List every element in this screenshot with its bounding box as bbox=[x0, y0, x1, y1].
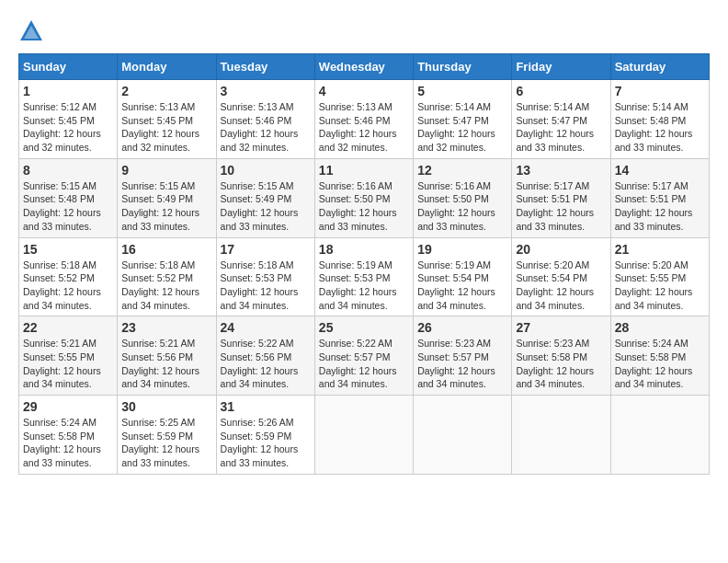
day-info: Sunrise: 5:18 AMSunset: 5:53 PMDaylight:… bbox=[221, 259, 311, 313]
calendar-week-1: 1 Sunrise: 5:12 AMSunset: 5:45 PMDayligh… bbox=[19, 80, 710, 159]
calendar-cell: 5 Sunrise: 5:14 AMSunset: 5:47 PMDayligh… bbox=[414, 80, 512, 159]
day-number: 22 bbox=[23, 320, 113, 335]
day-info: Sunrise: 5:21 AMSunset: 5:55 PMDaylight:… bbox=[23, 337, 113, 391]
calendar-week-5: 29 Sunrise: 5:24 AMSunset: 5:58 PMDaylig… bbox=[19, 396, 710, 475]
calendar-cell: 3 Sunrise: 5:13 AMSunset: 5:46 PMDayligh… bbox=[216, 80, 314, 159]
weekday-header-wednesday: Wednesday bbox=[314, 54, 413, 80]
day-number: 5 bbox=[417, 84, 507, 98]
calendar-cell: 17 Sunrise: 5:18 AMSunset: 5:53 PMDaylig… bbox=[216, 237, 314, 316]
calendar-cell: 22 Sunrise: 5:21 AMSunset: 5:55 PMDaylig… bbox=[19, 316, 118, 396]
weekday-header-sunday: Sunday bbox=[19, 54, 118, 80]
day-number: 20 bbox=[516, 242, 606, 257]
day-info: Sunrise: 5:13 AMSunset: 5:46 PMDaylight:… bbox=[319, 100, 409, 155]
day-info: Sunrise: 5:23 AMSunset: 5:58 PMDaylight:… bbox=[516, 337, 606, 391]
day-info: Sunrise: 5:13 AMSunset: 5:46 PMDaylight:… bbox=[221, 100, 311, 155]
day-info: Sunrise: 5:22 AMSunset: 5:56 PMDaylight:… bbox=[221, 337, 311, 391]
calendar-cell: 30 Sunrise: 5:25 AMSunset: 5:59 PMDaylig… bbox=[118, 396, 216, 475]
day-info: Sunrise: 5:21 AMSunset: 5:56 PMDaylight:… bbox=[121, 337, 211, 391]
day-number: 28 bbox=[615, 320, 705, 335]
day-number: 15 bbox=[23, 242, 113, 257]
day-number: 12 bbox=[417, 163, 507, 178]
day-number: 26 bbox=[417, 320, 507, 335]
weekday-header-tuesday: Tuesday bbox=[216, 54, 314, 80]
calendar-cell: 14 Sunrise: 5:17 AMSunset: 5:51 PMDaylig… bbox=[610, 158, 709, 237]
day-number: 23 bbox=[121, 320, 211, 335]
day-info: Sunrise: 5:26 AMSunset: 5:59 PMDaylight:… bbox=[221, 416, 311, 470]
day-number: 6 bbox=[516, 84, 606, 98]
calendar-cell: 16 Sunrise: 5:18 AMSunset: 5:52 PMDaylig… bbox=[118, 237, 216, 316]
day-number: 9 bbox=[121, 163, 211, 178]
day-number: 24 bbox=[221, 320, 311, 335]
weekday-header-friday: Friday bbox=[512, 54, 610, 80]
day-number: 31 bbox=[221, 399, 311, 414]
calendar-cell: 12 Sunrise: 5:16 AMSunset: 5:50 PMDaylig… bbox=[414, 158, 512, 237]
calendar-cell: 7 Sunrise: 5:14 AMSunset: 5:48 PMDayligh… bbox=[610, 80, 709, 159]
day-number: 19 bbox=[417, 242, 507, 257]
day-info: Sunrise: 5:13 AMSunset: 5:45 PMDaylight:… bbox=[121, 100, 211, 155]
day-number: 27 bbox=[516, 320, 606, 335]
calendar-cell bbox=[414, 396, 512, 475]
calendar-cell: 27 Sunrise: 5:23 AMSunset: 5:58 PMDaylig… bbox=[512, 316, 610, 396]
calendar-cell bbox=[314, 396, 413, 475]
calendar-cell: 10 Sunrise: 5:15 AMSunset: 5:49 PMDaylig… bbox=[216, 158, 314, 237]
weekday-header-thursday: Thursday bbox=[414, 54, 512, 80]
day-info: Sunrise: 5:16 AMSunset: 5:50 PMDaylight:… bbox=[417, 179, 507, 234]
day-info: Sunrise: 5:22 AMSunset: 5:57 PMDaylight:… bbox=[319, 337, 409, 391]
day-number: 8 bbox=[23, 163, 113, 178]
calendar-cell: 8 Sunrise: 5:15 AMSunset: 5:48 PMDayligh… bbox=[19, 158, 118, 237]
calendar-cell: 21 Sunrise: 5:20 AMSunset: 5:55 PMDaylig… bbox=[610, 237, 709, 316]
day-info: Sunrise: 5:24 AMSunset: 5:58 PMDaylight:… bbox=[23, 416, 113, 470]
day-info: Sunrise: 5:19 AMSunset: 5:53 PMDaylight:… bbox=[319, 259, 409, 313]
calendar-cell: 2 Sunrise: 5:13 AMSunset: 5:45 PMDayligh… bbox=[118, 80, 216, 159]
day-number: 13 bbox=[516, 163, 606, 178]
calendar-cell: 24 Sunrise: 5:22 AMSunset: 5:56 PMDaylig… bbox=[216, 316, 314, 396]
calendar-cell: 23 Sunrise: 5:21 AMSunset: 5:56 PMDaylig… bbox=[118, 316, 216, 396]
day-info: Sunrise: 5:18 AMSunset: 5:52 PMDaylight:… bbox=[121, 259, 211, 313]
day-number: 17 bbox=[221, 242, 311, 257]
calendar-cell: 28 Sunrise: 5:24 AMSunset: 5:58 PMDaylig… bbox=[610, 316, 709, 396]
day-number: 1 bbox=[23, 84, 113, 98]
day-info: Sunrise: 5:24 AMSunset: 5:58 PMDaylight:… bbox=[615, 337, 705, 391]
calendar-cell: 4 Sunrise: 5:13 AMSunset: 5:46 PMDayligh… bbox=[314, 80, 413, 159]
calendar-week-3: 15 Sunrise: 5:18 AMSunset: 5:52 PMDaylig… bbox=[19, 237, 710, 316]
calendar-week-4: 22 Sunrise: 5:21 AMSunset: 5:55 PMDaylig… bbox=[19, 316, 710, 396]
day-info: Sunrise: 5:14 AMSunset: 5:47 PMDaylight:… bbox=[516, 100, 606, 155]
calendar-cell: 19 Sunrise: 5:19 AMSunset: 5:54 PMDaylig… bbox=[414, 237, 512, 316]
day-info: Sunrise: 5:18 AMSunset: 5:52 PMDaylight:… bbox=[23, 259, 113, 313]
page-header bbox=[18, 18, 710, 44]
calendar-week-2: 8 Sunrise: 5:15 AMSunset: 5:48 PMDayligh… bbox=[19, 158, 710, 237]
calendar-cell: 13 Sunrise: 5:17 AMSunset: 5:51 PMDaylig… bbox=[512, 158, 610, 237]
day-number: 25 bbox=[319, 320, 409, 335]
day-number: 14 bbox=[615, 163, 705, 178]
day-number: 7 bbox=[615, 84, 705, 98]
day-info: Sunrise: 5:14 AMSunset: 5:48 PMDaylight:… bbox=[615, 100, 705, 155]
calendar-cell: 26 Sunrise: 5:23 AMSunset: 5:57 PMDaylig… bbox=[414, 316, 512, 396]
day-number: 16 bbox=[121, 242, 211, 257]
day-number: 30 bbox=[121, 399, 211, 414]
day-info: Sunrise: 5:20 AMSunset: 5:54 PMDaylight:… bbox=[516, 259, 606, 313]
calendar-cell bbox=[610, 396, 709, 475]
day-info: Sunrise: 5:25 AMSunset: 5:59 PMDaylight:… bbox=[121, 416, 211, 470]
weekday-header-monday: Monday bbox=[118, 54, 216, 80]
day-number: 21 bbox=[615, 242, 705, 257]
weekday-header-saturday: Saturday bbox=[610, 54, 709, 80]
day-info: Sunrise: 5:23 AMSunset: 5:57 PMDaylight:… bbox=[417, 337, 507, 391]
day-number: 11 bbox=[319, 163, 409, 178]
calendar-cell: 29 Sunrise: 5:24 AMSunset: 5:58 PMDaylig… bbox=[19, 396, 118, 475]
day-number: 29 bbox=[23, 399, 113, 414]
calendar-cell: 25 Sunrise: 5:22 AMSunset: 5:57 PMDaylig… bbox=[314, 316, 413, 396]
day-info: Sunrise: 5:19 AMSunset: 5:54 PMDaylight:… bbox=[417, 259, 507, 313]
day-info: Sunrise: 5:20 AMSunset: 5:55 PMDaylight:… bbox=[615, 259, 705, 313]
logo-icon bbox=[18, 18, 44, 44]
day-info: Sunrise: 5:15 AMSunset: 5:49 PMDaylight:… bbox=[221, 179, 311, 234]
day-number: 3 bbox=[221, 84, 311, 98]
day-info: Sunrise: 5:12 AMSunset: 5:45 PMDaylight:… bbox=[23, 100, 113, 155]
calendar-cell: 6 Sunrise: 5:14 AMSunset: 5:47 PMDayligh… bbox=[512, 80, 610, 159]
day-number: 4 bbox=[319, 84, 409, 98]
day-info: Sunrise: 5:14 AMSunset: 5:47 PMDaylight:… bbox=[417, 100, 507, 155]
day-info: Sunrise: 5:17 AMSunset: 5:51 PMDaylight:… bbox=[615, 179, 705, 234]
calendar-cell: 20 Sunrise: 5:20 AMSunset: 5:54 PMDaylig… bbox=[512, 237, 610, 316]
calendar-cell bbox=[512, 396, 610, 475]
calendar-cell: 11 Sunrise: 5:16 AMSunset: 5:50 PMDaylig… bbox=[314, 158, 413, 237]
day-info: Sunrise: 5:15 AMSunset: 5:49 PMDaylight:… bbox=[121, 179, 211, 234]
